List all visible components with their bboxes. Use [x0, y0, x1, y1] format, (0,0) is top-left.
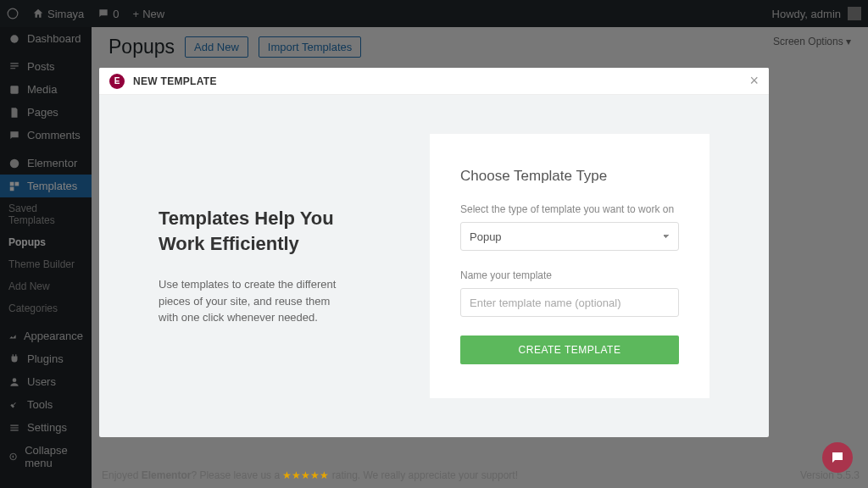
template-name-input[interactable] — [460, 288, 679, 317]
modal-title: NEW TEMPLATE — [133, 75, 217, 87]
intro-line-2: Work Efficiently — [159, 233, 299, 254]
template-type-select[interactable]: Popup — [460, 222, 679, 251]
modal-intro: Templates Help YouWork Efficiently Use t… — [159, 206, 345, 326]
elementor-logo-icon: E — [109, 74, 125, 89]
create-template-button[interactable]: CREATE TEMPLATE — [460, 336, 679, 364]
footer-brand: Elementor — [142, 469, 192, 481]
close-icon: × — [749, 72, 759, 89]
form-heading: Choose Template Type — [460, 168, 679, 185]
template-form: Choose Template Type Select the type of … — [430, 134, 709, 398]
modal-header: E NEW TEMPLATE × — [99, 68, 769, 95]
intro-desc: Use templates to create the different pi… — [159, 276, 345, 326]
help-fab-button[interactable] — [822, 442, 853, 473]
name-label: Name your template — [460, 269, 679, 281]
footer-part-2: ? Please leave us a — [191, 469, 282, 481]
chat-icon — [830, 450, 845, 465]
footer-text: Enjoyed Elementor? Please leave us a ★★★… — [102, 469, 518, 481]
rating-stars-icon[interactable]: ★★★★★ — [282, 469, 329, 481]
name-group: Name your template — [460, 269, 679, 317]
modal-body: Templates Help YouWork Efficiently Use t… — [99, 95, 769, 437]
footer-part-3: rating. We really appreciate your suppor… — [329, 469, 518, 481]
close-button[interactable]: × — [749, 72, 759, 90]
type-group: Select the type of template you want to … — [460, 203, 679, 251]
type-label: Select the type of template you want to … — [460, 203, 679, 215]
footer-part-1: Enjoyed — [102, 469, 142, 481]
intro-line-1: Templates Help You — [159, 208, 334, 229]
new-template-modal: E NEW TEMPLATE × Templates Help YouWork … — [99, 68, 769, 437]
intro-heading: Templates Help YouWork Efficiently — [159, 206, 345, 256]
